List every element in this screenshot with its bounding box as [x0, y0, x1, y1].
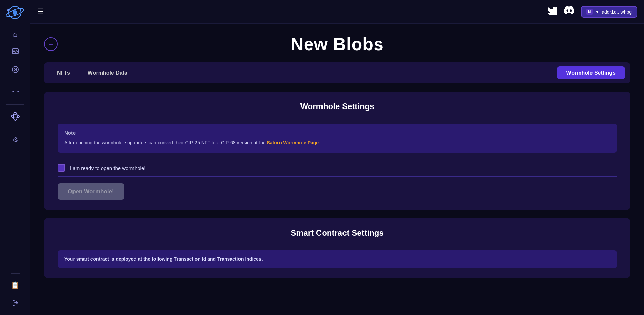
sidebar-divider-4 — [11, 273, 19, 274]
smart-contract-title: Smart Contract Settings — [58, 228, 617, 238]
wormhole-settings-card: Wormhole Settings Note After opening the… — [44, 92, 630, 210]
page-header: ← New Blobs — [44, 34, 630, 54]
svg-point-2 — [13, 10, 17, 15]
wormhole-checkbox[interactable] — [58, 164, 65, 172]
smart-contract-card: Smart Contract Settings Your smart contr… — [44, 218, 630, 278]
checkbox-row: I am ready to open the wormhole! — [58, 159, 617, 177]
svg-point-10 — [13, 112, 17, 120]
sidebar-icon-gallery[interactable] — [8, 44, 23, 59]
smart-contract-note: Your smart contract is deployed at the f… — [58, 250, 617, 268]
sidebar-divider-2 — [6, 104, 24, 105]
tabs-bar: NFTs Wormhole Data Wormhole Settings — [44, 62, 630, 83]
svg-point-5 — [13, 50, 14, 51]
sidebar-logo[interactable] — [6, 3, 24, 22]
tab-wormhole-data[interactable]: Wormhole Data — [80, 67, 135, 79]
wallet-button[interactable]: N ▼ addr1q...whpg — [581, 6, 637, 18]
sidebar-bottom: 📋 — [8, 271, 23, 312]
saturn-wormhole-link[interactable]: Saturn Wormhole Page — [267, 140, 319, 145]
tab-group-left: NFTs Wormhole Data — [49, 67, 135, 79]
sidebar-divider-1 — [6, 81, 24, 81]
wallet-address: addr1q...whpg — [602, 9, 632, 15]
sidebar-divider-3 — [6, 128, 24, 128]
wormhole-settings-title: Wormhole Settings — [58, 102, 617, 111]
sidebar-icon-exit[interactable] — [8, 295, 23, 310]
note-text: After opening the wormhole, supporters c… — [64, 139, 610, 146]
svg-point-8 — [15, 69, 16, 70]
sidebar-icon-home[interactable]: ⌂ — [8, 27, 23, 42]
sidebar-icon-target[interactable] — [8, 62, 23, 77]
note-text-before-link: After opening the wormhole, supporters c… — [64, 140, 267, 145]
checkbox-label[interactable]: I am ready to open the wormhole! — [70, 165, 145, 171]
topbar-right: N ▼ addr1q...whpg — [548, 6, 637, 18]
note-box: Note After opening the wormhole, support… — [58, 124, 617, 153]
back-button[interactable]: ← — [44, 37, 58, 51]
twitter-icon[interactable] — [548, 6, 557, 17]
svg-point-9 — [11, 115, 19, 118]
page-content: ← New Blobs NFTs Wormhole Data Wormhole … — [30, 24, 644, 315]
page-title: New Blobs — [64, 34, 610, 54]
sidebar-icon-document[interactable]: 📋 — [8, 278, 23, 293]
sidebar: ⌂ ⌃⌃ ⚙ 📋 — [0, 0, 30, 315]
discord-icon[interactable] — [564, 6, 574, 17]
main-content: ☰ N ▼ addr1q...whpg — [30, 0, 644, 315]
topbar: ☰ N ▼ addr1q...whpg — [30, 0, 644, 24]
back-arrow-icon: ← — [47, 40, 54, 48]
smart-contract-divider — [58, 243, 617, 243]
sidebar-icon-settings[interactable]: ⚙ — [8, 132, 23, 147]
tab-nfts[interactable]: NFTs — [49, 67, 78, 79]
wallet-network-icon: N — [586, 9, 593, 15]
svg-point-3 — [7, 9, 9, 11]
sidebar-icon-chevron-up[interactable]: ⌃⌃ — [8, 85, 23, 100]
sidebar-icon-wormhole[interactable] — [8, 109, 23, 124]
open-wormhole-button[interactable]: Open Wormhole! — [58, 183, 124, 200]
hamburger-menu[interactable]: ☰ — [37, 7, 44, 16]
wallet-chevron-icon: ▼ — [595, 10, 599, 14]
note-title: Note — [64, 130, 610, 136]
tab-wormhole-settings[interactable]: Wormhole Settings — [557, 66, 625, 79]
smart-contract-note-text: Your smart contract is deployed at the f… — [64, 256, 610, 262]
wormhole-settings-divider — [58, 117, 617, 117]
